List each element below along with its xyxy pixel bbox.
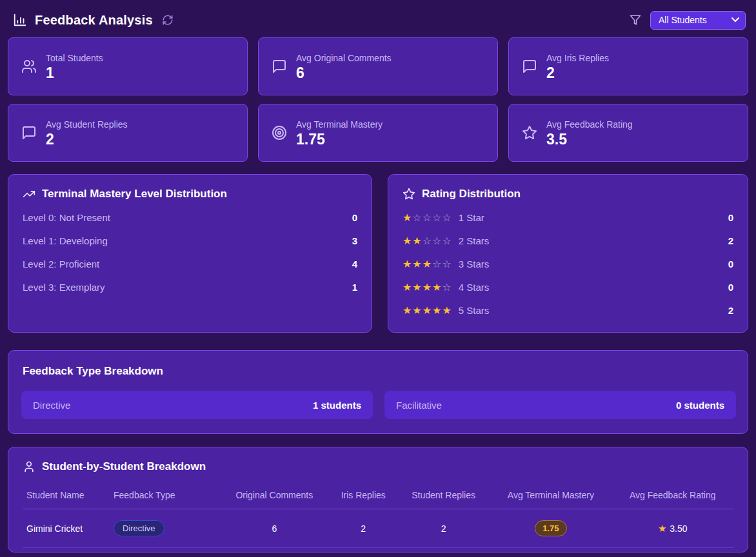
rating-panel-title-text: Rating Distribution: [422, 188, 521, 200]
mastery-row-value: 1: [352, 282, 357, 293]
col-student-name: Student Name: [23, 482, 110, 509]
cell-avg-terminal-mastery: 1.75: [490, 509, 612, 548]
star-glyphs: ★★★★☆: [403, 281, 452, 293]
mastery-row-label: Level 0: Not Present: [23, 212, 110, 223]
col-iris-replies: Iris Replies: [330, 482, 397, 509]
mastery-row-value: 0: [352, 212, 357, 223]
stat-label: Avg Feedback Rating: [546, 119, 633, 130]
rating-row: ★★★☆☆ 3 Stars 0: [403, 252, 733, 275]
users-icon: [21, 59, 37, 74]
comment-icon: [272, 59, 287, 74]
stat-label: Avg Student Replies: [46, 119, 128, 130]
stat-label: Avg Iris Replies: [546, 53, 609, 63]
mastery-row: Level 3: Exemplary 1: [23, 275, 357, 298]
star-icon: ★: [658, 523, 666, 534]
type-bar-value: 1 students: [313, 400, 361, 411]
mastery-row-label: Level 3: Exemplary: [23, 282, 105, 293]
stat-card-avg-feedback-rating: Avg Feedback Rating 3.5: [508, 104, 748, 162]
rating-row: ★★★★★ 5 Stars 2: [403, 298, 733, 322]
stats-grid: Total Students 1 Avg Original Comments 6…: [8, 37, 748, 162]
stat-value: 2: [46, 132, 128, 147]
user-icon: [23, 460, 35, 473]
mastery-row: Level 2: Proficient 4: [23, 252, 357, 275]
col-avg-feedback-rating: Avg Feedback Rating: [612, 482, 733, 509]
star-glyphs: ★☆☆☆☆: [403, 211, 452, 224]
student-table: Student Name Feedback Type Original Comm…: [23, 482, 733, 548]
mastery-badge: 1.75: [535, 520, 566, 536]
rating-row: ★★★★☆ 4 Stars 0: [403, 275, 733, 298]
mastery-row: Level 1: Developing 3: [23, 229, 357, 252]
mastery-panel-title-text: Terminal Mastery Level Distribution: [42, 188, 227, 200]
comment-icon: [21, 125, 37, 141]
type-bar-label: Directive: [33, 400, 70, 411]
student-filter-select[interactable]: All Students: [650, 11, 746, 30]
rating-row: ★★☆☆☆ 2 Stars 2: [403, 229, 733, 252]
mastery-row-label: Level 1: Developing: [23, 235, 108, 246]
rating-row-label: ★☆☆☆☆ 1 Star: [403, 211, 484, 224]
cell-original-comments: 6: [219, 509, 330, 548]
breakdown-title: Feedback Type Breakdown: [23, 365, 736, 378]
student-table-title: Student-by-Student Breakdown: [23, 460, 733, 473]
star-glyphs: ★★☆☆☆: [403, 235, 452, 247]
refresh-button[interactable]: [162, 14, 174, 26]
feedback-type-badge: Directive: [114, 520, 164, 536]
type-bar-facilitative: Facilitative 0 students: [384, 391, 736, 419]
cell-student-replies: 2: [397, 509, 490, 548]
stat-card-avg-iris-replies: Avg Iris Replies 2: [508, 37, 748, 95]
rating-row-value: 0: [728, 282, 733, 293]
star-glyphs: ★★★★★: [403, 304, 452, 317]
col-student-replies: Student Replies: [397, 482, 490, 509]
type-bar-label: Facilitative: [396, 400, 442, 411]
mastery-row-value: 4: [352, 259, 357, 269]
mastery-row: Level 0: Not Present 0: [23, 206, 357, 229]
mastery-distribution-panel: Terminal Mastery Level Distribution Leve…: [8, 174, 372, 333]
stat-value: 2: [546, 66, 609, 81]
student-table-title-text: Student-by-Student Breakdown: [42, 460, 206, 473]
stat-card-avg-terminal-mastery: Avg Terminal Mastery 1.75: [258, 104, 498, 162]
stat-label: Avg Original Comments: [296, 53, 392, 63]
rating-row: ★☆☆☆☆ 1 Star 0: [403, 206, 733, 229]
rating-row-label: ★★★☆☆ 3 Stars: [403, 258, 489, 270]
col-original-comments: Original Comments: [219, 482, 330, 509]
stat-label: Total Students: [46, 53, 103, 63]
stat-label: Avg Terminal Mastery: [296, 119, 383, 130]
rating-row-label: ★★☆☆☆ 2 Stars: [403, 235, 489, 247]
col-avg-terminal-mastery: Avg Terminal Mastery: [490, 482, 612, 509]
stat-value: 6: [296, 66, 392, 81]
rating-row-label: ★★★★★ 5 Stars: [403, 304, 489, 317]
student-breakdown-panel: Student-by-Student Breakdown Student Nam…: [8, 447, 748, 552]
bar-chart-icon: [13, 13, 27, 27]
rating-row-value: 0: [728, 212, 733, 223]
target-icon: [272, 125, 287, 141]
stat-value: 1: [46, 66, 103, 81]
star-glyphs: ★★★☆☆: [403, 258, 452, 270]
refresh-icon: [162, 14, 174, 26]
table-row: Gimini Cricket Directive 6 2 2 1.75 ★3.5…: [23, 509, 733, 548]
table-header-row: Student Name Feedback Type Original Comm…: [23, 482, 733, 509]
stat-value: 1.75: [296, 132, 383, 147]
mastery-panel-title: Terminal Mastery Level Distribution: [23, 188, 357, 200]
comment-icon: [522, 59, 537, 74]
breakdown-bars: Directive 1 students Facilitative 0 stud…: [21, 391, 736, 419]
distribution-panels: Terminal Mastery Level Distribution Leve…: [8, 174, 748, 333]
cell-student-name: Gimini Cricket: [23, 509, 110, 548]
rating-row-label: ★★★★☆ 4 Stars: [403, 281, 489, 293]
col-feedback-type: Feedback Type: [110, 482, 219, 509]
stat-card-avg-student-replies: Avg Student Replies 2: [8, 104, 248, 162]
stat-card-avg-original-comments: Avg Original Comments 6: [258, 37, 498, 95]
type-bar-value: 0 students: [676, 400, 724, 411]
stat-value: 3.5: [546, 132, 633, 147]
page-title: Feedback Analysis: [35, 13, 153, 28]
mastery-row-label: Level 2: Proficient: [23, 259, 99, 269]
rating-panel-title: Rating Distribution: [403, 188, 733, 200]
cell-avg-feedback-rating: ★3.50: [612, 509, 733, 548]
rating-row-value: 2: [728, 235, 733, 246]
type-bar-directive: Directive 1 students: [21, 391, 373, 419]
header-bar: Feedback Analysis All Students: [8, 8, 748, 32]
cell-feedback-type: Directive: [110, 509, 219, 548]
cell-iris-replies: 2: [330, 509, 397, 548]
star-icon: [522, 125, 537, 141]
filter-icon: [630, 14, 641, 26]
mastery-row-value: 3: [352, 235, 357, 246]
star-outline-icon: [403, 188, 415, 200]
